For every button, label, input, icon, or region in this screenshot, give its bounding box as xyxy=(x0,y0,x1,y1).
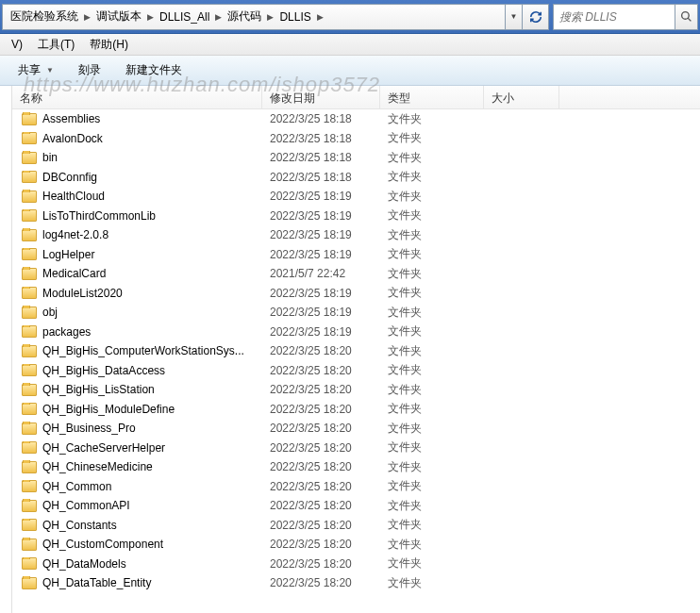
file-name-label: QH_Constants xyxy=(42,519,117,532)
cell-type: 文件夹 xyxy=(380,498,484,514)
file-row[interactable]: QH_CacheServerHelper2022/3/25 18:20文件夹 xyxy=(12,439,700,458)
folder-icon xyxy=(22,132,37,144)
new-folder-button[interactable]: 新建文件夹 xyxy=(115,58,192,83)
file-row[interactable]: QH_Business_Pro2022/3/25 18:20文件夹 xyxy=(12,419,700,439)
folder-icon xyxy=(22,113,37,125)
cell-date: 2022/3/25 18:20 xyxy=(262,422,380,435)
folder-icon xyxy=(22,287,37,299)
menu-help[interactable]: 帮助(H) xyxy=(82,34,136,56)
cell-date: 2022/3/25 18:20 xyxy=(262,441,380,455)
cell-date: 2022/3/25 18:20 xyxy=(262,519,380,532)
cell-type: 文件夹 xyxy=(380,343,484,359)
file-name-label: QH_Common xyxy=(42,480,111,493)
file-row[interactable]: Assemblies2022/3/25 18:18文件夹 xyxy=(12,109,700,129)
chevron-right-icon[interactable]: ▶ xyxy=(213,12,224,22)
file-row[interactable]: QH_CommonAPI2022/3/25 18:20文件夹 xyxy=(12,496,700,516)
file-row[interactable]: ModuleList20202022/3/25 18:19文件夹 xyxy=(12,284,700,304)
file-row[interactable]: LisToThirdCommonLib2022/3/25 18:19文件夹 xyxy=(12,207,700,226)
breadcrumb-segment[interactable]: DLLIS_All xyxy=(156,5,213,29)
cell-name: QH_Constants xyxy=(12,519,262,532)
file-row[interactable]: obj2022/3/25 18:19文件夹 xyxy=(12,303,700,323)
file-row[interactable]: packages2022/3/25 18:19文件夹 xyxy=(12,323,700,342)
file-list[interactable]: 名称 修改日期 类型 大小 Assemblies2022/3/25 18:18文… xyxy=(12,86,700,613)
cell-type: 文件夹 xyxy=(380,382,484,398)
search-button[interactable] xyxy=(675,4,698,30)
file-name-label: HealthCloud xyxy=(42,190,105,203)
header-name[interactable]: 名称 xyxy=(12,86,262,108)
file-row[interactable]: QH_BigHis_LisStation2022/3/25 18:20文件夹 xyxy=(12,380,700,400)
file-name-label: QH_CacheServerHelper xyxy=(42,441,165,455)
search-input[interactable] xyxy=(553,4,675,30)
breadcrumb-segment[interactable]: DLLIS xyxy=(275,5,314,29)
file-name-label: obj xyxy=(42,306,58,319)
chevron-right-icon[interactable]: ▶ xyxy=(82,12,92,22)
file-row[interactable]: LogHelper2022/3/25 18:19文件夹 xyxy=(12,245,700,265)
cell-date: 2022/3/25 18:20 xyxy=(262,499,380,512)
file-row[interactable]: MedicalCard2021/5/7 22:42文件夹 xyxy=(12,264,700,284)
file-row[interactable]: DBConnfig2022/3/25 18:18文件夹 xyxy=(12,168,700,188)
file-row[interactable]: QH_BigHis_DataAccess2022/3/25 18:20文件夹 xyxy=(12,361,700,381)
cell-type: 文件夹 xyxy=(380,227,484,243)
cell-date: 2022/3/25 18:19 xyxy=(262,190,380,203)
cell-name: QH_BigHis_ModuleDefine xyxy=(12,403,262,416)
folder-icon xyxy=(22,577,37,589)
search-wrap xyxy=(553,4,698,30)
folder-icon xyxy=(22,171,37,183)
cell-name: log4net-2.0.8 xyxy=(12,228,262,241)
file-row[interactable]: AvalonDock2022/3/25 18:18文件夹 xyxy=(12,129,700,149)
breadcrumb-segment[interactable]: 源代码 xyxy=(224,5,265,29)
menu-v[interactable]: V) xyxy=(4,35,30,54)
file-row[interactable]: QH_Constants2022/3/25 18:20文件夹 xyxy=(12,516,700,536)
chevron-right-icon[interactable]: ▶ xyxy=(315,12,325,22)
menu-bar: V) 工具(T) 帮助(H) xyxy=(0,34,700,56)
file-row[interactable]: QH_DataTable_Entity2022/3/25 18:20文件夹 xyxy=(12,573,700,593)
file-row[interactable]: QH_BigHis_ModuleDefine2022/3/25 18:20文件夹 xyxy=(12,400,700,420)
cell-type: 文件夹 xyxy=(380,555,484,572)
cell-name: QH_DataTable_Entity xyxy=(12,576,262,589)
file-name-label: QH_Business_Pro xyxy=(42,422,136,435)
breadcrumb-segment[interactable]: 调试版本 xyxy=(92,5,145,29)
share-button[interactable]: 共享 ▼ xyxy=(8,58,64,83)
file-row[interactable]: QH_CustomComponent2022/3/25 18:20文件夹 xyxy=(12,535,700,555)
file-row[interactable]: log4net-2.0.82022/3/25 18:19文件夹 xyxy=(12,225,700,245)
breadcrumb[interactable]: 医院检验系统▶调试版本▶DLLIS_All▶源代码▶DLLIS▶ xyxy=(2,4,506,30)
cell-date: 2022/3/25 18:18 xyxy=(262,151,380,164)
cell-date: 2022/3/25 18:19 xyxy=(262,325,380,339)
chevron-right-icon[interactable]: ▶ xyxy=(145,12,156,22)
header-size[interactable]: 大小 xyxy=(484,86,559,108)
file-row[interactable]: QH_ChineseMedicine2022/3/25 18:20文件夹 xyxy=(12,457,700,477)
file-name-label: QH_DataTable_Entity xyxy=(42,576,151,589)
file-row[interactable]: bin2022/3/25 18:18文件夹 xyxy=(12,148,700,168)
file-name-label: QH_BigHis_LisStation xyxy=(42,383,155,396)
breadcrumb-dropdown-button[interactable]: ▼ xyxy=(506,4,523,30)
file-name-label: DBConnfig xyxy=(42,171,97,184)
file-row[interactable]: QH_DataModels2022/3/25 18:20文件夹 xyxy=(12,555,700,574)
cell-type: 文件夹 xyxy=(380,421,484,437)
menu-tools[interactable]: 工具(T) xyxy=(30,34,82,56)
refresh-button[interactable] xyxy=(523,4,549,30)
cell-date: 2022/3/25 18:18 xyxy=(262,171,380,184)
cell-type: 文件夹 xyxy=(380,575,484,591)
file-name-label: QH_BigHis_ComputerWorkStationSys... xyxy=(42,344,244,357)
cell-name: HealthCloud xyxy=(12,190,262,203)
file-row[interactable]: QH_Common2022/3/25 18:20文件夹 xyxy=(12,477,700,497)
folder-icon xyxy=(22,209,37,222)
chevron-right-icon[interactable]: ▶ xyxy=(265,12,275,22)
cell-type: 文件夹 xyxy=(380,150,484,166)
breadcrumb-segment[interactable]: 医院检验系统 xyxy=(7,5,82,29)
header-date[interactable]: 修改日期 xyxy=(262,86,380,108)
header-type[interactable]: 类型 xyxy=(380,86,484,108)
cell-type: 文件夹 xyxy=(380,439,484,456)
cell-name: QH_BigHis_LisStation xyxy=(12,383,262,396)
cell-name: QH_ChineseMedicine xyxy=(12,460,262,473)
cell-name: QH_Business_Pro xyxy=(12,422,262,435)
folder-icon xyxy=(22,557,37,570)
file-row[interactable]: QH_BigHis_ComputerWorkStationSys...2022/… xyxy=(12,341,700,361)
cell-name: AvalonDock xyxy=(12,132,262,145)
file-row[interactable]: HealthCloud2022/3/25 18:19文件夹 xyxy=(12,187,700,207)
folder-icon xyxy=(22,538,37,551)
file-name-label: QH_CommonAPI xyxy=(42,499,130,512)
folder-icon xyxy=(22,519,37,531)
cell-date: 2022/3/25 18:20 xyxy=(262,364,380,377)
burn-button[interactable]: 刻录 xyxy=(68,58,111,83)
